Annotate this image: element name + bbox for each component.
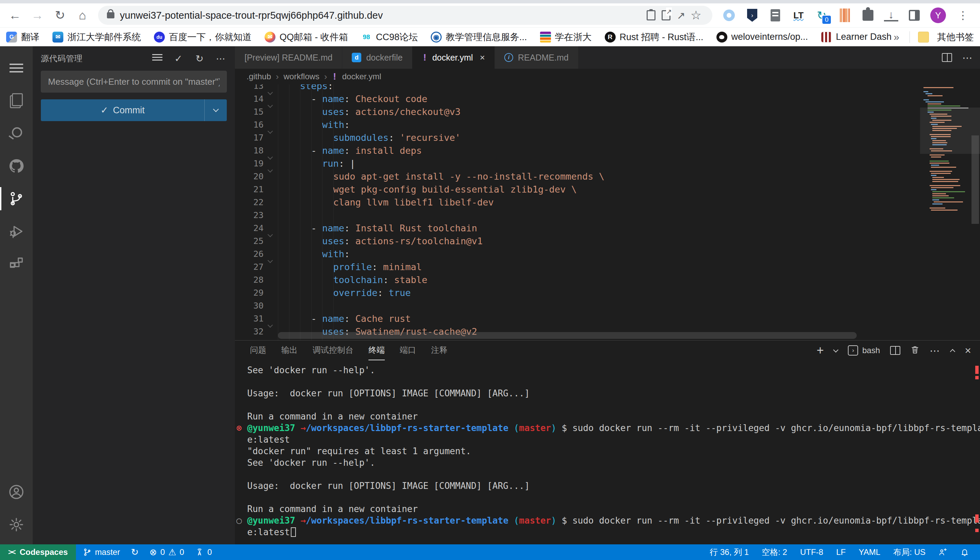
bookmarks-overflow-icon[interactable]: » [891,31,901,43]
refresh-icon[interactable]: ↻ [193,53,206,64]
bookmark-item[interactable]: 浙江大学邮件系统 [52,31,141,43]
breadcrumb-item[interactable]: docker.yml [342,72,381,81]
close-icon[interactable]: × [480,52,485,63]
panel-tab-4[interactable]: 端口 [400,340,416,360]
terminal-instance-bash[interactable]: › bash [848,345,880,355]
remote-indicator[interactable]: >< Codespaces [0,544,76,560]
menu-icon[interactable] [0,52,33,84]
language-mode[interactable]: YAML [854,544,885,560]
keyboard-layout[interactable]: 布局: US [888,544,930,560]
cursor-position[interactable]: 行 36, 列 1 [705,544,754,560]
forward-icon[interactable]: → [28,6,47,25]
extensions-icon[interactable] [0,248,33,280]
split-terminal-icon[interactable] [890,346,900,355]
notifications-bell-icon[interactable] [955,544,974,560]
feedback-icon[interactable] [934,544,952,560]
settings-gear-icon[interactable] [0,508,33,541]
tab-preview-readme-md[interactable]: [Preview] README.md [235,46,342,69]
back-icon[interactable]: ← [5,6,25,25]
breadcrumb-item[interactable]: .github [246,72,271,81]
source-control-icon[interactable] [0,182,33,215]
reload-icon[interactable]: ↻ [50,6,69,25]
extension-languagetool-icon[interactable]: LT [791,8,806,22]
sync-status[interactable]: ↻ [126,544,143,560]
bookmark-star-icon[interactable]: ☆ [689,8,704,23]
terminal[interactable]: See 'docker run --help'.Usage: docker ru… [235,360,980,544]
tab-docker-yml[interactable]: docker.yml× [412,46,495,69]
extension-sync-icon[interactable]: ↻0 [814,8,829,22]
bookmark-item[interactable]: QQ邮箱 - 收件箱 [264,31,348,43]
ports-status[interactable]: 0 [191,544,217,560]
view-as-list-icon[interactable] [151,53,164,64]
downloads-icon[interactable]: ↓ [884,9,898,22]
chevron-right-icon: › [324,72,327,82]
browser-menu-icon[interactable]: ⋮ [955,9,971,22]
bookmark-item[interactable]: Rust 招聘 - Rust语... [605,31,704,43]
profile-avatar[interactable]: Y [930,7,946,23]
address-bar[interactable]: yunwei37-potential-space-trout-rpr5qwj66… [98,6,712,25]
editor-vertical-scrollbar[interactable] [970,84,980,340]
open-in-new-icon[interactable] [659,8,674,23]
close-panel-icon[interactable]: × [965,344,971,357]
explorer-icon[interactable] [0,84,33,117]
panel-tab-0[interactable]: 问题 [250,340,266,360]
breadcrumb-item[interactable]: workflows [284,72,319,81]
commit-dropdown-button[interactable] [204,99,227,121]
extension-shield-icon[interactable]: › [745,8,759,22]
commit-check-icon[interactable]: ✓ [172,53,184,64]
github-icon[interactable] [0,150,33,182]
encoding[interactable]: UTF-8 [796,544,828,560]
screen: ← → ↻ ⌂ yunwei37-potential-space-trout-r… [0,0,980,560]
problems-status[interactable]: ⊗ 0 ⚠ 0 [145,544,189,560]
lock-icon[interactable] [107,12,114,18]
commit-button[interactable]: ✓ Commit [41,99,227,121]
line-number: 18 [235,144,264,157]
other-bookmarks-label[interactable]: 其他书签 [937,31,974,43]
editor-horizontal-scrollbar[interactable] [278,332,857,339]
source-control-title: 源代码管理 [41,53,83,64]
bookmark-item[interactable]: 学在浙大 [540,31,592,43]
minimap[interactable] [922,86,968,297]
home-icon[interactable]: ⌂ [73,6,92,25]
branch-status[interactable]: master [78,544,125,560]
launch-profile-chevron-icon[interactable] [833,347,839,352]
bookmark-item[interactable]: 翻译 [6,31,40,43]
share-icon[interactable]: ↗ [674,8,689,23]
source-control-sidebar: 源代码管理 ✓ ↻ ⋯ ✓ Commit [33,46,235,544]
sidebar-toggle-icon[interactable] [907,8,921,22]
extension-pencils-icon[interactable] [838,8,852,22]
panel-tab-5[interactable]: 注释 [431,340,447,360]
indentation[interactable]: 空格: 2 [757,544,792,560]
commit-message-input[interactable] [41,71,227,93]
panel-tab-2[interactable]: 调试控制台 [313,340,353,360]
run-debug-icon[interactable] [0,215,33,248]
code-editor[interactable]: 13 steps:14 - name: Checkout code15 uses… [235,84,980,340]
bookmark-item[interactable]: 教学管理信息服务... [431,31,527,43]
bookmark-item[interactable]: CC98论坛 [361,31,418,43]
panel-tab-3[interactable]: 终端 [368,340,385,360]
tab-readme-md[interactable]: README.md [495,46,579,69]
bookmark-item[interactable]: weloveinterns/op... [716,32,808,43]
panel-tab-1[interactable]: 输出 [281,340,298,360]
split-editor-icon[interactable] [942,53,952,62]
account-icon[interactable] [0,476,33,508]
panel-actions: + › bash ⋯ × [816,340,980,360]
more-actions-icon[interactable]: ⋯ [214,53,227,64]
extension-ring-icon[interactable] [722,8,736,22]
clipboard-icon[interactable] [644,8,659,23]
info-icon [504,53,513,62]
new-terminal-icon[interactable]: + [816,343,824,358]
maximize-panel-icon[interactable] [950,349,955,354]
tab-dockerfile[interactable]: dockerfile [342,46,412,69]
kill-terminal-icon[interactable] [911,345,920,355]
extensions-puzzle-icon[interactable] [861,8,875,22]
eol-sequence[interactable]: LF [831,544,851,560]
remote-icon: >< [8,548,15,557]
panel-more-actions-icon[interactable]: ⋯ [930,345,940,357]
extension-notes-icon[interactable] [768,8,783,22]
error-count: 0 [161,547,165,557]
search-icon[interactable] [0,117,33,150]
bookmark-item[interactable]: Learner Dashboar... [821,32,892,43]
bookmark-item[interactable]: 百度一下，你就知道 [154,31,252,43]
editor-more-actions-icon[interactable]: ⋯ [962,52,973,63]
